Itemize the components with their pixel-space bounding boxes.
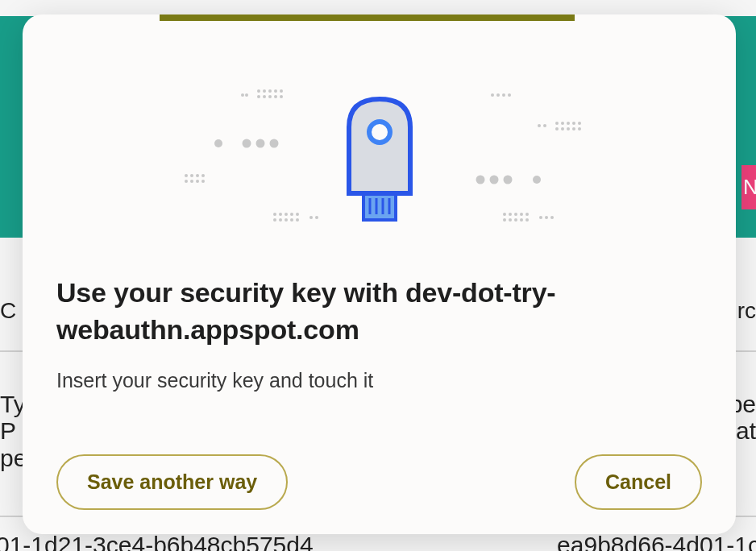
- svg-point-33: [296, 218, 299, 222]
- dialog-subtitle: Insert your security key and touch it: [56, 367, 702, 395]
- svg-point-11: [280, 95, 283, 98]
- bg-text-fragment: rc: [737, 298, 756, 324]
- svg-point-61: [503, 218, 506, 222]
- svg-point-34: [309, 216, 313, 219]
- dialog-button-row: Save another way Cancel: [56, 454, 702, 510]
- svg-point-45: [555, 127, 559, 130]
- svg-point-28: [296, 213, 299, 216]
- save-another-way-button[interactable]: Save another way: [56, 454, 288, 510]
- svg-point-41: [561, 122, 564, 125]
- svg-point-4: [268, 89, 272, 93]
- svg-point-47: [567, 127, 570, 130]
- svg-point-12: [214, 139, 222, 147]
- svg-point-3: [263, 89, 266, 93]
- svg-point-48: [572, 127, 575, 130]
- svg-point-8: [263, 95, 266, 98]
- svg-point-50: [543, 124, 546, 127]
- svg-point-14: [255, 139, 264, 148]
- svg-point-40: [555, 122, 559, 125]
- svg-point-51: [538, 124, 541, 127]
- dialog-title: Use your security key with dev-dot-try-w…: [56, 275, 702, 349]
- svg-point-63: [514, 218, 517, 222]
- svg-point-42: [567, 122, 570, 125]
- svg-point-46: [561, 127, 564, 130]
- svg-point-68: [550, 216, 554, 219]
- svg-point-60: [525, 213, 529, 216]
- svg-point-49: [578, 127, 581, 130]
- svg-point-44: [578, 122, 581, 125]
- svg-point-55: [533, 176, 541, 184]
- svg-point-9: [268, 95, 272, 98]
- svg-point-23: [201, 180, 205, 183]
- illustration-area: [23, 51, 736, 252]
- security-key-dialog: Use your security key with dev-dot-try-w…: [23, 14, 736, 534]
- bg-text-fragment: at: [736, 417, 756, 445]
- svg-point-22: [196, 180, 199, 183]
- svg-point-27: [290, 213, 293, 216]
- svg-point-17: [190, 174, 193, 177]
- svg-point-52: [476, 176, 484, 184]
- svg-point-21: [190, 180, 193, 183]
- svg-point-56: [503, 213, 506, 216]
- svg-point-67: [545, 216, 548, 219]
- svg-point-74: [369, 122, 390, 143]
- bg-text-fragment: C: [0, 298, 16, 324]
- svg-point-36: [491, 93, 494, 97]
- svg-point-26: [285, 213, 288, 216]
- svg-point-19: [201, 174, 205, 177]
- svg-point-35: [315, 216, 318, 219]
- svg-point-54: [503, 176, 512, 184]
- new-badge: N: [741, 165, 756, 209]
- svg-point-16: [185, 174, 188, 177]
- svg-point-5: [274, 89, 277, 93]
- security-key-icon: [170, 71, 589, 232]
- bg-text-fragment: P: [0, 417, 16, 445]
- svg-point-6: [280, 89, 283, 93]
- svg-point-15: [269, 139, 278, 148]
- svg-point-39: [508, 93, 511, 97]
- svg-point-18: [196, 174, 199, 177]
- svg-point-7: [257, 95, 260, 98]
- svg-point-58: [514, 213, 517, 216]
- svg-point-2: [257, 89, 260, 93]
- bg-text-fragment: Ty: [0, 391, 26, 418]
- svg-point-31: [285, 218, 288, 222]
- svg-point-24: [273, 213, 276, 216]
- svg-point-10: [274, 95, 277, 98]
- svg-point-13: [242, 139, 251, 148]
- svg-point-29: [273, 218, 276, 222]
- svg-point-25: [279, 213, 282, 216]
- cancel-button[interactable]: Cancel: [575, 454, 702, 510]
- svg-point-20: [185, 180, 188, 183]
- svg-rect-69: [363, 192, 396, 220]
- svg-point-62: [509, 218, 512, 222]
- svg-point-30: [279, 218, 282, 222]
- svg-point-38: [502, 93, 505, 97]
- dialog-accent-bar: [160, 14, 575, 21]
- svg-point-43: [572, 122, 575, 125]
- svg-point-64: [520, 218, 523, 222]
- svg-point-0: [241, 93, 244, 97]
- svg-point-37: [496, 93, 500, 97]
- svg-point-1: [245, 93, 248, 97]
- svg-point-32: [290, 218, 293, 222]
- bg-id-text: 01-1d21-3ce4-b6b48cb575d4: [0, 532, 314, 551]
- svg-point-66: [539, 216, 542, 219]
- svg-point-65: [525, 218, 529, 222]
- svg-point-57: [509, 213, 512, 216]
- bg-id-text: ea9b8d66-4d01-1c: [557, 532, 756, 551]
- svg-point-53: [489, 176, 498, 184]
- svg-point-59: [520, 213, 523, 216]
